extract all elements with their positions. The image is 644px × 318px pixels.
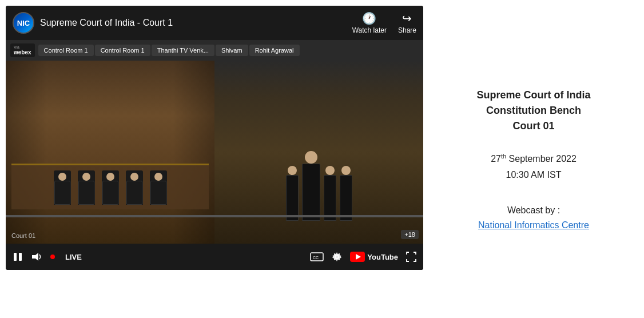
video-player: NIC Supreme Court of India - Court 1 🕐 W… xyxy=(6,6,423,270)
judges-area xyxy=(11,164,209,209)
topbar-right: 🕐 Watch later ↪ Share xyxy=(352,11,416,34)
svg-text:CC: CC xyxy=(313,256,319,260)
controls-bar: LIVE CC xyxy=(6,244,423,270)
participant-tab-4[interactable]: Rohit Agrawal xyxy=(249,45,300,56)
fullscreen-button[interactable] xyxy=(406,252,416,262)
video-title: Supreme Court of India - Court 1 xyxy=(40,18,173,28)
court-label: Court 01 xyxy=(11,232,35,239)
judge-figure-4 xyxy=(126,170,143,205)
video-content: Court 01 +18 xyxy=(6,61,423,244)
volume-button[interactable] xyxy=(31,252,42,262)
judge-figure-1 xyxy=(54,170,71,205)
court-date-time: 27th September 2022 10:30 AM IST xyxy=(491,151,577,182)
share-button[interactable]: ↪ Share xyxy=(398,11,416,34)
pause-button[interactable] xyxy=(13,252,23,262)
nic-link[interactable]: National Informatics Centre xyxy=(478,220,589,230)
watch-later-button[interactable]: 🕐 Watch later xyxy=(352,11,387,34)
nic-logo: NIC xyxy=(13,12,34,34)
svg-marker-2 xyxy=(32,253,38,261)
live-indicator-dot xyxy=(50,255,55,259)
participant-tab-2[interactable]: Thanthi TV Venk... xyxy=(152,45,214,56)
main-container: NIC Supreme Court of India - Court 1 🕐 W… xyxy=(0,0,644,318)
lawyers-area xyxy=(217,106,420,221)
live-text: LIVE xyxy=(65,253,82,261)
video-topbar: NIC Supreme Court of India - Court 1 🕐 W… xyxy=(6,6,423,40)
topbar-left: NIC Supreme Court of India - Court 1 xyxy=(13,12,173,34)
judge-figure-3 xyxy=(102,170,119,205)
svg-rect-1 xyxy=(19,253,22,261)
participant-tab-1[interactable]: Control Room 1 xyxy=(95,45,150,56)
clock-icon: 🕐 xyxy=(362,11,376,25)
captions-button[interactable]: CC xyxy=(310,252,324,262)
lawyer-figure-2 xyxy=(324,166,336,221)
lawyer-figure-prominent xyxy=(302,151,320,221)
youtube-button[interactable]: YouTube xyxy=(350,252,398,262)
share-icon: ↪ xyxy=(402,11,412,25)
participants-bar: Via webex Control Room 1 Control Room 1 … xyxy=(6,40,423,61)
court-info-title: Supreme Court of India Constitution Benc… xyxy=(476,88,590,134)
lawyer-figure-1 xyxy=(286,166,299,221)
plus-badge: +18 xyxy=(401,230,419,239)
svg-rect-0 xyxy=(14,253,17,261)
webex-badge: Via webex xyxy=(10,43,35,57)
lawyer-figure-3 xyxy=(340,166,352,221)
judge-figure-2 xyxy=(78,170,95,205)
settings-button[interactable] xyxy=(332,252,342,262)
participant-tab-3[interactable]: Shivam xyxy=(216,45,248,56)
youtube-icon xyxy=(350,252,365,262)
info-section: Supreme Court of India Constitution Benc… xyxy=(423,6,644,312)
controls-right: CC YouTube xyxy=(310,252,416,262)
youtube-label: YouTube xyxy=(367,253,398,261)
participant-tab-0[interactable]: Control Room 1 xyxy=(38,45,94,56)
judge-figure-5 xyxy=(150,170,167,205)
webcast-by-label: Webcast by : xyxy=(507,205,560,216)
progress-bar[interactable] xyxy=(6,215,423,217)
